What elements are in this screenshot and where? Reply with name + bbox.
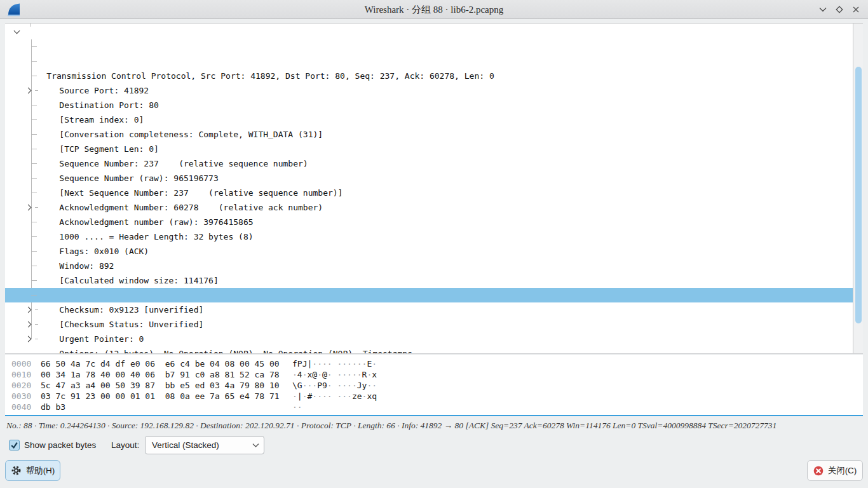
scrollbar-thumb[interactable] <box>855 67 862 323</box>
hex-row[interactable]: 0000 66 50 4a 7c d4 df e0 06 e6 c4 be 04… <box>5 358 863 369</box>
hex-ascii[interactable]: fPJ|···· ······E· <box>292 358 377 369</box>
expander-icon[interactable] <box>25 307 32 313</box>
tree-row[interactable]: 1000 .... = Header Length: 32 bytes (8) <box>5 186 853 200</box>
tree-row[interactable]: Checksum: 0x9123 [unverified] <box>5 259 853 273</box>
hex-bytes[interactable]: 5c 47 a3 a4 00 50 39 87 bb e5 ed 03 4a 7… <box>41 380 285 391</box>
window-title: Wireshark · 分组 88 · lib6-2.pcapng <box>0 0 868 19</box>
tree-row[interactable]: Options: (12 bytes), No-Operation (NOP),… <box>5 302 853 317</box>
tree-row[interactable]: Destination Port: 80 <box>5 54 853 69</box>
tree-connector <box>31 266 37 266</box>
tree-connector <box>31 236 37 237</box>
expander-icon[interactable] <box>25 205 32 211</box>
tree-row[interactable]: Source Port: 41892 <box>5 39 853 54</box>
tree-row[interactable]: [SEQ/ACK analysis] <box>5 332 853 346</box>
hex-bytes[interactable]: 00 34 1a 78 40 00 40 06 b7 91 c0 a8 81 5… <box>41 369 285 380</box>
maximize-icon[interactable] <box>831 0 848 19</box>
tree-connector <box>31 61 37 62</box>
tree-row[interactable]: [Calculated window size: 114176] <box>5 229 853 244</box>
tree-connector <box>31 134 37 135</box>
tree-connector <box>35 324 38 325</box>
help-button-label: 帮助(H) <box>26 465 55 477</box>
gear-icon <box>11 465 22 476</box>
tree-row[interactable]: [Checksum Status: Unverified] <box>5 273 853 288</box>
close-x-icon <box>813 466 824 476</box>
packet-detail-tree: Transmission Control Protocol, Src Port:… <box>5 25 853 346</box>
tree-connector <box>31 222 37 222</box>
tree-connector <box>35 90 38 91</box>
tree-row[interactable]: [Conversation completeness: Complete, WI… <box>5 83 853 98</box>
tree-connector <box>31 105 37 105</box>
packet-summary-line: No.: 88 · Time: 0.244264130 · Source: 19… <box>6 420 863 431</box>
tree-connector <box>31 46 37 47</box>
tree-row-label: Options: (12 bytes), No-Operation (NOP),… <box>59 346 412 354</box>
hex-row[interactable]: 0020 5c 47 a3 a4 00 50 39 87 bb e5 ed 03… <box>5 380 863 391</box>
tree-row[interactable]: Acknowledgment Number: 60278 (relative a… <box>5 156 853 171</box>
help-button[interactable]: 帮助(H) <box>5 460 60 481</box>
hex-offset: 0020 <box>11 380 32 391</box>
hex-ascii[interactable]: \G···P9· ····Jy·· <box>292 380 377 391</box>
packet-detail-pane: Transmission Control Protocol, Src Port:… <box>5 23 863 354</box>
layout-label: Layout: <box>111 436 139 455</box>
close-button[interactable]: 关闭(C) <box>807 460 863 481</box>
tree-row[interactable]: [Timestamps] <box>5 317 853 332</box>
close-icon[interactable] <box>848 0 864 19</box>
expander-icon[interactable] <box>14 28 20 34</box>
hex-ascii[interactable]: ·· <box>292 402 302 412</box>
tree-connector <box>31 280 37 281</box>
hex-bytes[interactable]: 66 50 4a 7c d4 df e0 06 e6 c4 be 04 08 0… <box>41 358 285 369</box>
tree-row[interactable]: Sequence Number (raw): 965196773 <box>5 127 853 142</box>
minimize-icon[interactable] <box>815 0 831 19</box>
tree-row[interactable]: [Window size scaling factor: 128] <box>5 244 853 259</box>
tree-row[interactable]: Acknowledgment number (raw): 3976415865 <box>5 171 853 186</box>
show-packet-bytes-label[interactable]: Show packet bytes <box>24 436 96 455</box>
tree-connector <box>31 119 37 120</box>
hex-ascii[interactable]: ·4·x@·@· ·····R·x <box>292 369 377 380</box>
titlebar[interactable]: Wireshark · 分组 88 · lib6-2.pcapng <box>0 0 868 19</box>
packet-bytes-pane[interactable]: 0000 66 50 4a 7c d4 df e0 06 e6 c4 be 04… <box>5 355 863 416</box>
show-packet-bytes-checkbox[interactable] <box>9 440 20 451</box>
tree-row[interactable]: Transmission Control Protocol, Src Port:… <box>5 25 853 39</box>
hex-bytes[interactable]: db b3 <box>41 402 285 412</box>
tree-row[interactable]: Window: 892 <box>5 215 853 229</box>
expander-icon[interactable] <box>25 336 32 342</box>
hex-row[interactable]: 0040 db b3 ·· <box>5 402 863 412</box>
tree-connector <box>35 207 38 208</box>
tree-row[interactable]: Sequence Number: 237 (relative sequence … <box>5 112 853 127</box>
hex-bytes[interactable]: 03 7c 91 23 00 00 01 01 08 0a ee 7a 65 e… <box>41 391 285 402</box>
expander-icon[interactable] <box>25 322 32 328</box>
tree-connector <box>31 76 37 76</box>
tree-connector <box>31 163 37 164</box>
tree-connector <box>31 193 37 193</box>
tree-row[interactable]: Urgent Pointer: 0 <box>5 288 853 302</box>
close-button-label: 关闭(C) <box>828 465 857 477</box>
hex-ascii[interactable]: ·|·#···· ···ze·xq <box>292 391 377 402</box>
tree-connector <box>31 295 37 295</box>
layout-select[interactable]: Vertical (Stacked) <box>145 436 264 454</box>
hex-row[interactable]: 0030 03 7c 91 23 00 00 01 01 08 0a ee 7a… <box>5 391 863 402</box>
hex-offset: 0000 <box>11 358 32 369</box>
tree-row[interactable]: [Next Sequence Number: 237 (relative seq… <box>5 142 853 156</box>
hex-offset: 0030 <box>11 391 32 402</box>
expander-icon[interactable] <box>25 88 32 94</box>
tree-connector <box>31 178 37 179</box>
hex-offset: 0040 <box>11 402 32 412</box>
hex-offset: 0010 <box>11 369 32 380</box>
layout-selected-value: Vertical (Stacked) <box>146 440 247 450</box>
tree-row[interactable]: [TCP Segment Len: 0] <box>5 98 853 112</box>
tree-row[interactable]: Flags: 0x010 (ACK) <box>5 200 853 215</box>
controls-row: Show packet bytes Layout: Vertical (Stac… <box>0 436 868 455</box>
chevron-down-icon <box>247 441 264 449</box>
tree-connector <box>35 309 38 310</box>
tree-connector <box>31 149 37 149</box>
tree-connector <box>31 251 37 252</box>
vertical-scrollbar[interactable] <box>853 24 863 353</box>
tree-connector <box>35 339 38 339</box>
hex-row[interactable]: 0010 00 34 1a 78 40 00 40 06 b7 91 c0 a8… <box>5 369 863 380</box>
tree-row[interactable]: [Stream index: 0] <box>5 69 853 83</box>
